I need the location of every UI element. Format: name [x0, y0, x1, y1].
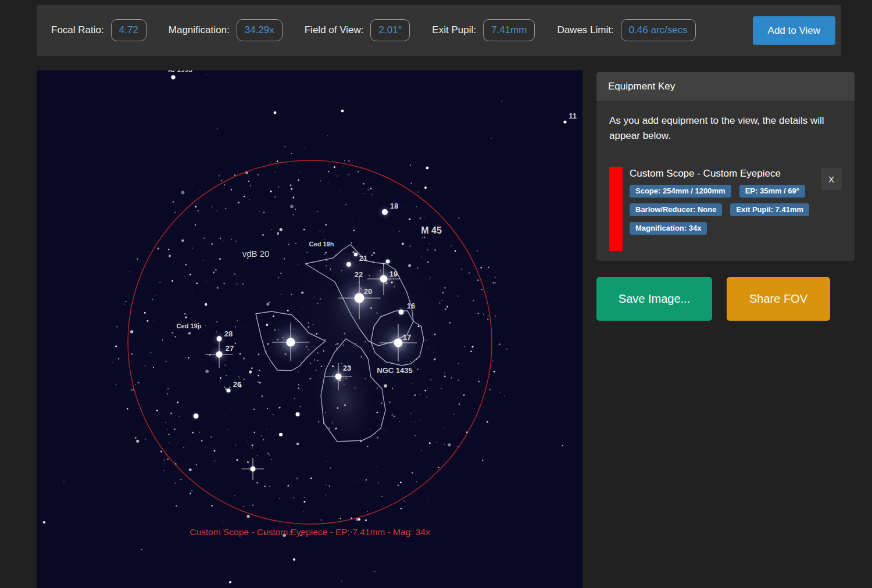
sky-label: Ced 19p: [177, 322, 202, 329]
star: [346, 262, 351, 267]
sky-label: 18: [390, 202, 398, 210]
equipment-key-description: As you add equipment to the view, the de…: [609, 113, 842, 144]
star: [394, 339, 403, 347]
fov-caption: Custom Scope - Custom Eyepiece - EP: 7.4…: [190, 527, 430, 537]
star: [274, 112, 277, 114]
add-to-view-button[interactable]: Add to View: [753, 16, 835, 45]
star: [217, 336, 222, 342]
sky-label: NGC 1435: [377, 366, 412, 375]
stat-value: 2.01°: [370, 19, 410, 41]
share-fov-button[interactable]: Share FOV: [727, 277, 830, 321]
equipment-badge: Exit Pupil: 7.41mm: [730, 203, 809, 216]
star: [341, 110, 344, 113]
sky-label: 26: [233, 380, 241, 389]
sky-label: 16: [407, 302, 415, 310]
sky-label: M 45: [421, 225, 442, 235]
sky-label: 19: [389, 270, 398, 278]
star: [293, 558, 295, 561]
sky-label: vdB 20: [242, 249, 270, 259]
fov-starfield-view: IC 19951118M 45vdB 20Ced 19h2122192016Ce…: [37, 70, 582, 588]
equipment-key-title: Equipment Key: [596, 72, 855, 102]
sky-label: 22: [355, 270, 363, 279]
star: [355, 293, 364, 303]
star: [296, 413, 300, 417]
stats-group: Focal Ratio:4.72Magnification:34.29xFiel…: [51, 19, 696, 41]
stat-value: 7.41mm: [483, 19, 535, 41]
sky-label: 20: [364, 287, 372, 296]
star: [216, 352, 223, 358]
equipment-badge: Scope: 254mm / 1200mm: [630, 185, 731, 198]
stat-magnification: Magnification:34.29x: [169, 19, 283, 41]
equipment-badge: Magnification: 34x: [630, 222, 707, 235]
star: [287, 338, 295, 347]
stat-value: 4.72: [111, 19, 146, 41]
stats-toolbar: Focal Ratio:4.72Magnification:34.29xFiel…: [37, 5, 841, 56]
equipment-badge: EP: 35mm / 69°: [739, 185, 805, 198]
star: [563, 120, 566, 123]
stat-label: Dawes Limit:: [557, 24, 613, 36]
star: [171, 76, 176, 80]
star: [227, 389, 231, 393]
star: [358, 518, 360, 521]
sky-label: 17: [403, 333, 411, 342]
equipment-info: Custom Scope - Custom Eyepiece Scope: 25…: [630, 167, 821, 251]
star: [251, 467, 256, 472]
stat-label: Focal Ratio:: [51, 24, 104, 36]
sky-label: 11: [569, 112, 577, 120]
star: [424, 187, 427, 189]
star: [354, 253, 358, 256]
equipment-name: Custom Scope - Custom Eyepiece: [630, 168, 821, 180]
star: [399, 310, 404, 315]
stat-label: Magnification:: [169, 24, 230, 36]
stat-field-of-view: Field of View:2.01°: [305, 19, 410, 41]
stat-focal-ratio: Focal Ratio:4.72: [51, 19, 146, 41]
stat-value: 0.46 arc/secs: [621, 19, 696, 41]
equipment-key-panel: Equipment Key As you add equipment to th…: [596, 72, 855, 261]
sky-label: Ced 19h: [309, 241, 334, 248]
star: [335, 374, 342, 380]
stat-value: 34.29x: [237, 19, 283, 41]
star: [43, 521, 45, 524]
fov-calculator-page: Focal Ratio:4.72Magnification:34.29xFiel…: [0, 0, 872, 588]
sky-label: 23: [343, 364, 351, 372]
save-image-button[interactable]: Save Image...: [596, 277, 712, 321]
star: [426, 167, 429, 170]
equipment-badges: Scope: 254mm / 1200mmEP: 35mm / 69°Barlo…: [630, 185, 821, 235]
sky-label: 28: [224, 329, 233, 338]
star: [382, 209, 388, 215]
star: [194, 414, 199, 419]
star: [229, 581, 231, 583]
star: [380, 275, 388, 283]
sky-label: 27: [226, 344, 234, 353]
stat-label: Field of View:: [305, 24, 364, 36]
stat-dawes-limit: Dawes Limit:0.46 arc/secs: [557, 19, 695, 41]
sky-label: 21: [359, 254, 367, 263]
stat-exit-pupil: Exit Pupil:7.41mm: [432, 19, 535, 41]
equipment-color-key: [609, 167, 623, 251]
remove-equipment-button[interactable]: X: [821, 168, 842, 190]
sky-chart: IC 19951118M 45vdB 20Ced 19h2122192016Ce…: [37, 70, 582, 588]
stat-label: Exit Pupil:: [432, 24, 476, 36]
sky-label: IC 1995: [168, 70, 192, 74]
equipment-card: Custom Scope - Custom Eyepiece Scope: 25…: [609, 167, 842, 251]
equipment-badge: Barlow/Reducer: None: [630, 203, 722, 216]
equipment-key-body: As you add equipment to the view, the de…: [596, 102, 855, 261]
star: [386, 260, 390, 264]
star: [279, 433, 283, 436]
